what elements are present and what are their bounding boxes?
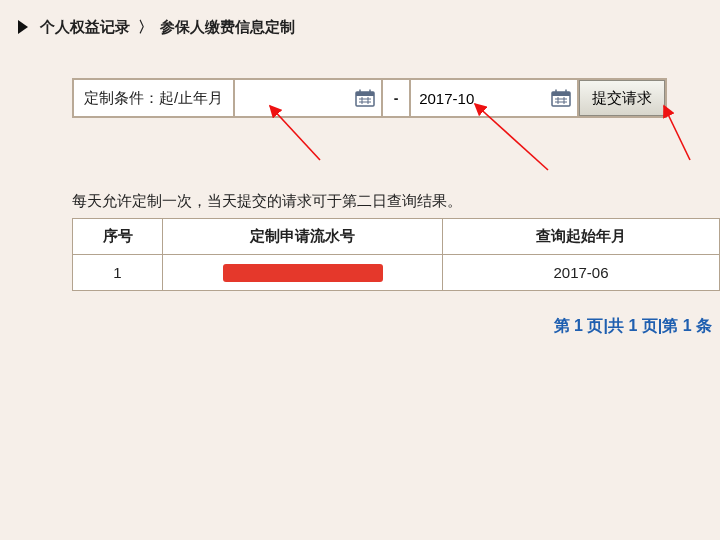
pagination: 第 1 页|共 1 页|第 1 条 (554, 316, 712, 337)
pagination-text: 第 1 页|共 1 页|第 1 条 (554, 317, 712, 334)
breadcrumb-section: 个人权益记录 (40, 18, 130, 35)
cell-start-month: 2017-06 (443, 255, 720, 291)
filter-label-cell: 定制条件：起/止年月 (72, 78, 235, 118)
filter-label: 定制条件：起/止年月 (84, 89, 223, 108)
cell-seq: 1 (73, 255, 163, 291)
submit-button[interactable]: 提交请求 (579, 80, 665, 116)
col-start-month: 查询起始年月 (443, 219, 720, 255)
submit-cell: 提交请求 (579, 78, 667, 118)
svg-rect-1 (356, 92, 374, 96)
col-serial: 定制申请流水号 (163, 219, 443, 255)
table-row: 1 2017-06 (73, 255, 720, 291)
hint-text: 每天允许定制一次，当天提交的请求可于第二日查询结果。 (72, 192, 462, 211)
calendar-icon[interactable] (355, 89, 375, 107)
filter-row: 定制条件：起/止年月 - (72, 78, 712, 118)
range-dash: - (383, 78, 411, 118)
svg-rect-9 (552, 92, 570, 96)
from-month-cell (235, 78, 383, 118)
results-table-wrap: 序号 定制申请流水号 查询起始年月 1 2017-06 (72, 218, 720, 291)
redacted-serial (223, 264, 383, 282)
calendar-icon[interactable] (551, 89, 571, 107)
triangle-right-icon (18, 20, 28, 34)
breadcrumb-separator: 〉 (138, 18, 151, 35)
results-table: 序号 定制申请流水号 查询起始年月 1 2017-06 (72, 218, 720, 291)
breadcrumb: 个人权益记录 〉 参保人缴费信息定制 (18, 18, 295, 37)
cell-serial (163, 255, 443, 291)
breadcrumb-page: 参保人缴费信息定制 (160, 18, 295, 35)
col-seq: 序号 (73, 219, 163, 255)
to-month-cell (411, 78, 579, 118)
table-header-row: 序号 定制申请流水号 查询起始年月 (73, 219, 720, 255)
